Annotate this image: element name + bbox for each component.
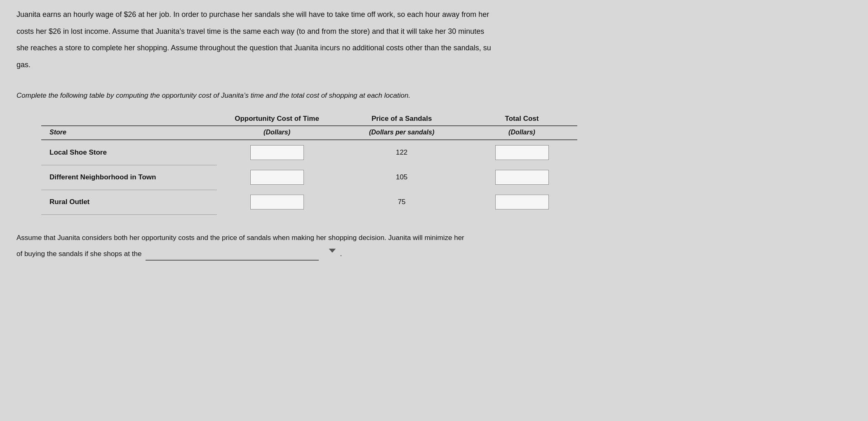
opp-cost-input-1[interactable] — [250, 145, 304, 160]
total-cost-input-3-cell — [466, 190, 577, 214]
opp-cost-input-3[interactable] — [250, 195, 304, 209]
opp-cost-input-1-cell — [217, 140, 337, 165]
store-name-2: Different Neighborhood in Town — [41, 165, 217, 190]
store-name-1: Local Shoe Store — [41, 140, 217, 165]
store-header — [41, 112, 217, 126]
table-row: Rural Outlet 75 — [41, 190, 577, 214]
opp-cost-input-3-cell — [217, 190, 337, 214]
table-row: Different Neighborhood in Town 105 — [41, 165, 577, 190]
bottom-line2: of buying the sandals if she shops at th… — [16, 245, 852, 261]
paragraph-line4: gas. — [16, 59, 852, 71]
dropdown-container[interactable] — [325, 245, 338, 256]
price-sub-header: (Dollars per sandals) — [337, 126, 466, 140]
total-cost-input-1-cell — [466, 140, 577, 165]
opp-cost-input-2-cell — [217, 165, 337, 190]
table-header-row1: Opportunity Cost of Time Price of a Sand… — [41, 112, 577, 126]
instruction-text: Complete the following table by computin… — [16, 92, 852, 100]
store-sub-header: Store — [41, 126, 217, 140]
price-header-line1: Price of a Sandals — [337, 112, 466, 126]
bottom-line2-prefix: of buying the sandals if she shops at th… — [16, 250, 141, 258]
table-wrapper: Opportunity Cost of Time Price of a Sand… — [41, 112, 852, 215]
opportunity-cost-table: Opportunity Cost of Time Price of a Sand… — [41, 112, 577, 215]
opp-cost-input-2[interactable] — [250, 170, 304, 185]
total-cost-input-2-cell — [466, 165, 577, 190]
total-cost-input-3[interactable] — [495, 195, 549, 209]
paragraph-block: Juanita earns an hourly wage of $26 at h… — [16, 8, 852, 71]
total-cost-input-2[interactable] — [495, 170, 549, 185]
total-cost-input-1[interactable] — [495, 145, 549, 160]
dropdown-arrow-icon[interactable] — [327, 245, 338, 256]
table-row: Local Shoe Store 122 — [41, 140, 577, 165]
bottom-text-block: Assume that Juanita considers both her o… — [16, 231, 852, 261]
bottom-line2-suffix: . — [340, 250, 342, 258]
opp-cost-header-line1: Opportunity Cost of Time — [217, 112, 337, 126]
price-value-3: 75 — [337, 190, 466, 214]
paragraph-line3: she reaches a store to complete her shop… — [16, 42, 852, 54]
price-value-2: 105 — [337, 165, 466, 190]
opp-cost-sub-header: (Dollars) — [217, 126, 337, 140]
bottom-line1: Assume that Juanita considers both her o… — [16, 231, 852, 245]
answer-blank — [146, 252, 319, 261]
paragraph-line1: Juanita earns an hourly wage of $26 at h… — [16, 8, 852, 21]
table-header-row2: Store (Dollars) (Dollars per sandals) (D… — [41, 126, 577, 140]
paragraph-line2: costs her $26 in lost income. Assume tha… — [16, 25, 852, 38]
total-sub-header: (Dollars) — [466, 126, 577, 140]
price-value-1: 122 — [337, 140, 466, 165]
store-name-3: Rural Outlet — [41, 190, 217, 214]
total-header-line1: Total Cost — [466, 112, 577, 126]
